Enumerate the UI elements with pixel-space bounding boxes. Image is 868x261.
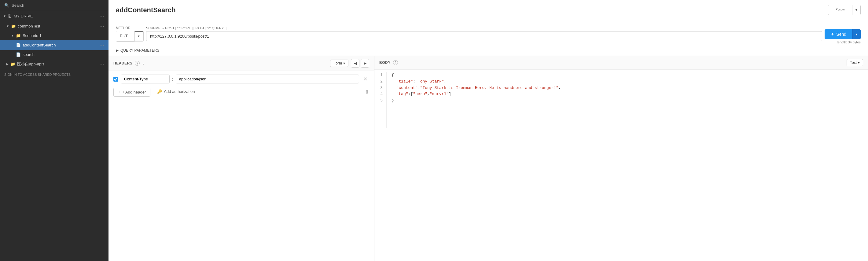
send-button-group: ✈ Send ▾ (825, 29, 861, 39)
code-line-5: } (392, 97, 863, 104)
headers-panel-header: HEADERS ? ↕ Form ▾ ◀ ▶ (108, 56, 374, 71)
search-icon: 🔍 (4, 3, 9, 8)
method-dropdown-button[interactable]: ▾ (134, 31, 143, 41)
code-line-3: "content":"Tony Stark is Ironman Hero. H… (392, 85, 863, 91)
code-lines: { "title":"Tony Stark", "content":"Tony … (386, 72, 868, 128)
search-item-label: search (23, 52, 105, 57)
hb-section: HEADERS ? ↕ Form ▾ ◀ ▶ : (108, 56, 868, 261)
line-number-4: 4 (378, 91, 383, 97)
form-button[interactable]: Form ▾ (330, 60, 348, 67)
length-note: length: 34 bytes (837, 40, 861, 44)
sort-icon[interactable]: ↕ (142, 61, 144, 66)
commontest-more-button[interactable]: ⋯ (98, 23, 105, 29)
headers-help-icon[interactable]: ? (135, 61, 140, 66)
sidebar-item-addcontentsearch[interactable]: 📄 addContentSearch ⋯ (0, 40, 108, 50)
sidebar-item-scenario1[interactable]: ▼ 📁 Scenario 1 (0, 31, 108, 40)
addcontentsearch-label: addContentSearch (23, 43, 96, 47)
chevron-down-icon: ▾ (856, 32, 858, 36)
scheme-label: SCHEME :// HOST [ ":" PORT ] [ PATH [ "?… (146, 26, 822, 30)
header-row: : ✕ (114, 74, 369, 84)
search-label: Search (11, 3, 24, 8)
colon-separator: : (172, 77, 173, 81)
code-line-1: { (392, 72, 863, 78)
send-plane-icon: ✈ (831, 32, 834, 37)
body-content[interactable]: 1 2 3 4 5 { "title":"Tony Stark", "conte… (374, 70, 868, 261)
headers-title: HEADERS (114, 61, 132, 65)
query-params-toggle[interactable]: ▶ QUERY PARAMETERS (116, 48, 861, 53)
line-number-3: 3 (378, 85, 383, 91)
add-auth-label: Add authorization (164, 89, 195, 94)
text-button[interactable]: Text ▾ (847, 59, 863, 66)
chevron-down-icon: ▼ (11, 34, 14, 37)
url-row: METHOD PUT ▾ SCHEME :// HOST [ ":" PORT … (108, 19, 868, 48)
add-header-button[interactable]: + + Add header (114, 88, 150, 97)
yixiaobai-more-button[interactable]: ⋯ (98, 61, 105, 67)
chevron-down-icon: ▾ (856, 8, 857, 11)
add-auth-button[interactable]: 🔑 Add authorization (153, 88, 199, 96)
method-select-group: PUT ▾ (116, 31, 144, 41)
save-dropdown-button[interactable]: ▾ (852, 5, 860, 15)
method-label: METHOD (116, 26, 144, 30)
sign-in-text: SIGN IN TO ACCESS SHARED PROJECTS (0, 69, 108, 80)
body-panel-header: BODY ? Text ▾ (374, 56, 868, 70)
chevron-down-icon: ▼ (3, 14, 6, 18)
trash-icon[interactable]: 🗑 (365, 89, 369, 94)
chevron-right-icon: ▶ (6, 62, 8, 66)
footer-actions: + + Add header 🔑 Add authorization 🗑 (114, 87, 369, 97)
save-button[interactable]: Save (828, 5, 852, 15)
drive-icon: 🗄 (8, 14, 12, 18)
search-bar[interactable]: 🔍 Search (0, 0, 108, 11)
add-header-label: + Add header (122, 90, 146, 94)
plus-icon: + (118, 90, 120, 94)
file-icon: 📄 (16, 43, 21, 47)
sidebar-my-drive[interactable]: ▼ 🗄 MY DRIVE ⋯ (0, 11, 108, 21)
folder-icon: 📁 (11, 24, 16, 28)
chevron-down-icon: ▾ (343, 61, 345, 65)
form-label: Form (334, 61, 342, 65)
header-checkbox[interactable] (114, 77, 118, 81)
chevron-down-icon: ▾ (858, 61, 860, 65)
code-editor[interactable]: 1 2 3 4 5 { "title":"Tony Stark", "conte… (374, 70, 868, 131)
sidebar-item-yixiaobai[interactable]: ▶ 📁 医小白app-apis ⋯ (0, 59, 108, 69)
line-number-5: 5 (378, 97, 383, 104)
my-drive-more-button[interactable]: ⋯ (98, 13, 105, 19)
code-line-4: "tag":["hero","marvrl"] (392, 91, 863, 97)
body-panel: BODY ? Text ▾ 1 2 3 4 5 (374, 56, 868, 261)
nav-left-button[interactable]: ◀ (351, 59, 360, 68)
chevron-down-icon: ▼ (6, 25, 9, 28)
my-drive-label: MY DRIVE (14, 14, 96, 18)
nav-right-button[interactable]: ▶ (361, 59, 369, 68)
nav-arrows: ◀ ▶ (351, 59, 369, 68)
yixiaobai-label: 医小白app-apis (17, 61, 96, 67)
url-column: SCHEME :// HOST [ ":" PORT ] [ PATH [ "?… (146, 26, 822, 41)
page-header: addContentSearch Save ▾ (108, 0, 868, 19)
folder-icon: 📁 (16, 33, 21, 38)
body-help-icon[interactable]: ? (393, 60, 398, 65)
folder-icon: 📁 (10, 62, 15, 66)
method-column: METHOD PUT ▾ (116, 26, 144, 41)
header-key-input[interactable] (121, 74, 169, 84)
commontest-label: commonTest (18, 24, 96, 28)
line-number-1: 1 (378, 72, 383, 78)
header-value-input[interactable] (176, 74, 359, 84)
code-line-2: "title":"Tony Stark", (392, 78, 863, 85)
line-numbers: 1 2 3 4 5 (374, 72, 386, 128)
addcontentsearch-more-button[interactable]: ⋯ (98, 42, 105, 48)
body-title: BODY (379, 61, 391, 65)
chevron-down-icon: ▾ (138, 34, 140, 38)
send-button[interactable]: ✈ Send (825, 29, 852, 39)
key-icon: 🔑 (157, 89, 162, 94)
main-content: addContentSearch Save ▾ METHOD PUT ▾ SCH… (108, 0, 868, 261)
query-params-row: ▶ QUERY PARAMETERS (108, 48, 868, 56)
send-dropdown-button[interactable]: ▾ (852, 29, 861, 39)
sidebar-item-search[interactable]: 📄 search (0, 50, 108, 59)
sidebar-item-commontest[interactable]: ▼ 📁 commonTest ⋯ (0, 21, 108, 31)
method-value[interactable]: PUT (116, 31, 134, 41)
line-number-2: 2 (378, 78, 383, 85)
chevron-right-icon: ▶ (116, 48, 119, 53)
headers-panel: HEADERS ? ↕ Form ▾ ◀ ▶ : (108, 56, 374, 261)
page-title: addContentSearch (116, 6, 176, 14)
url-input[interactable] (146, 31, 822, 41)
file-icon: 📄 (16, 52, 21, 57)
delete-header-button[interactable]: ✕ (362, 75, 369, 83)
